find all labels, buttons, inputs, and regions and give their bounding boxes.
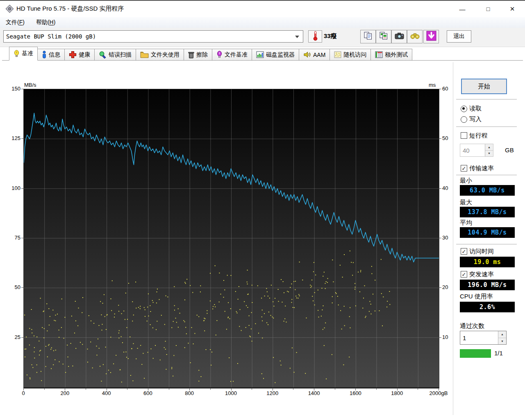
separator <box>456 244 517 244</box>
x-axis-tick <box>314 388 314 391</box>
start-button[interactable]: 开始 <box>461 79 507 94</box>
x-axis-tick-label: 1600 <box>343 390 368 396</box>
exit-button[interactable]: 退出 <box>447 30 471 43</box>
access-time-label: 访问时间 <box>469 248 494 255</box>
x-axis-tick-label: 1200 <box>260 390 285 396</box>
pass-count-stepper[interactable]: 1 ▲▼ <box>460 331 507 345</box>
folder-icon <box>140 51 149 58</box>
menu-bar: 文件(F)帮助(H) <box>0 17 525 28</box>
window-title: HD Tune Pro 5.75 - 硬盘/SSD 实用程序 <box>16 5 124 13</box>
hd-tune-window: HD Tune Pro 5.75 - 硬盘/SSD 实用程序 — □ ✕ 文件(… <box>0 0 525 420</box>
write-radio-label: 写入 <box>469 115 482 123</box>
read-radio-label: 读取 <box>469 105 482 113</box>
short-stroke-checkbox[interactable] <box>461 132 467 139</box>
left-axis-tick-label: 25 <box>7 334 20 340</box>
left-axis-tick <box>21 89 23 89</box>
maximize-button[interactable]: □ <box>479 1 498 17</box>
trash-icon <box>188 51 194 59</box>
tab-label: 健康 <box>79 51 90 59</box>
minimize-button[interactable]: — <box>453 1 472 17</box>
copy-image-button[interactable] <box>376 30 391 43</box>
right-axis-tick <box>439 188 441 189</box>
view-button[interactable] <box>407 30 423 43</box>
tab-健康[interactable]: 健康 <box>65 49 95 61</box>
x-axis-tick <box>65 388 65 391</box>
camera-icon <box>395 32 404 41</box>
left-axis-tick <box>21 138 23 139</box>
avg-label: 平均 <box>460 219 472 227</box>
min-label: 最小 <box>460 177 472 185</box>
separator <box>456 175 517 175</box>
tab-文件夹使用[interactable]: 文件夹使用 <box>136 49 184 61</box>
tab-随机访问[interactable]: 随机访问 <box>330 49 371 61</box>
right-axis-tick <box>439 138 441 139</box>
x-axis-tick-label: 2000gB <box>426 390 451 396</box>
max-value-display: 137.8 MB/s <box>460 207 515 217</box>
x-axis-tick-label: 600 <box>136 390 160 396</box>
transfer-rate-label: 传输速率 <box>469 165 494 172</box>
tab-label: 擦除 <box>196 51 208 59</box>
burst-rate-checkbox[interactable]: ✓ <box>461 271 467 278</box>
copy-text-button[interactable] <box>360 30 376 43</box>
burst-rate-label: 突发速率 <box>469 271 494 278</box>
transfer-rate-checkbox[interactable]: ✓ <box>461 165 467 172</box>
access-time-checkbox[interactable]: ✓ <box>461 248 467 255</box>
tab-磁盘监视器[interactable]: 磁盘监视器 <box>252 49 299 61</box>
x-axis-tick-label: 800 <box>177 390 202 396</box>
tab-错误扫描[interactable]: 错误扫描 <box>95 49 136 61</box>
stepper-up-icon[interactable]: ▲ <box>485 144 493 151</box>
x-axis-tick <box>107 388 107 391</box>
short-stroke-label: 短行程 <box>469 132 488 140</box>
read-radio[interactable] <box>461 106 467 112</box>
x-axis-tick <box>189 388 190 391</box>
drive-selector-value: Seagate BUP Slim (2000 gB) <box>6 33 96 40</box>
tab-文件基准[interactable]: 文件基准 <box>212 49 252 61</box>
tab-AAM[interactable]: AAM <box>299 49 330 61</box>
write-radio[interactable] <box>461 116 467 123</box>
stepper-up-icon[interactable]: ▲ <box>498 331 506 338</box>
tab-擦除[interactable]: 擦除 <box>184 49 212 61</box>
save-button[interactable] <box>423 30 439 43</box>
toolbar: Seagate BUP Slim (2000 gB) 33癈 退出 <box>0 28 525 47</box>
cpu-usage-label: CPU 使用率 <box>460 293 493 300</box>
random-access-icon <box>334 51 341 58</box>
tab-label: 文件夹使用 <box>151 51 180 59</box>
close-button[interactable]: ✕ <box>503 1 522 17</box>
benchmark-chart <box>23 89 439 388</box>
tab-label: 随机访问 <box>343 51 366 59</box>
max-label: 最大 <box>460 199 472 206</box>
tab-label: 文件基准 <box>225 51 248 59</box>
copy-text-icon <box>364 32 373 42</box>
min-value-display: 63.0 MB/s <box>460 185 515 196</box>
stepper-down-icon[interactable]: ▼ <box>498 338 506 345</box>
x-axis-tick <box>293 388 293 390</box>
x-axis-tick <box>397 388 398 391</box>
x-axis-tick <box>169 388 169 390</box>
left-axis-tick-label: 150 <box>7 86 20 92</box>
tab-label: AAM <box>313 52 325 58</box>
menu-item-h[interactable]: 帮助(H) <box>30 17 61 28</box>
temperature-indicator <box>308 30 322 43</box>
tab-额外测试[interactable]: 额外测试 <box>371 49 412 61</box>
thermometer-icon <box>313 31 318 43</box>
left-axis-unit-label: MB/s <box>24 82 36 88</box>
x-axis-tick-label: 1400 <box>302 390 326 396</box>
tab-信息[interactable]: 信息 <box>38 49 65 61</box>
screenshot-button[interactable] <box>391 30 407 43</box>
x-axis-tick-label: 1000 <box>219 390 243 396</box>
left-axis-tick-label: 50 <box>7 284 20 290</box>
x-axis-tick <box>148 388 148 391</box>
tab-基准[interactable]: 基准 <box>9 47 38 61</box>
menu-item-f[interactable]: 文件(F) <box>0 17 30 28</box>
panel-divider <box>453 62 453 415</box>
right-axis-tick <box>439 238 441 238</box>
short-stroke-size-stepper[interactable]: 40 ▲▼ <box>460 144 493 157</box>
title-bar: HD Tune Pro 5.75 - 硬盘/SSD 实用程序 — □ ✕ <box>0 1 525 17</box>
cpu-usage-display: 2.6% <box>460 302 515 312</box>
x-axis-tick <box>252 388 252 390</box>
x-axis-tick <box>231 388 232 391</box>
drive-selector-dropdown[interactable]: Seagate BUP Slim (2000 gB) <box>3 30 303 43</box>
progress-label: 1/1 <box>494 350 503 357</box>
stepper-down-icon[interactable]: ▼ <box>485 151 493 157</box>
separator <box>456 126 517 127</box>
